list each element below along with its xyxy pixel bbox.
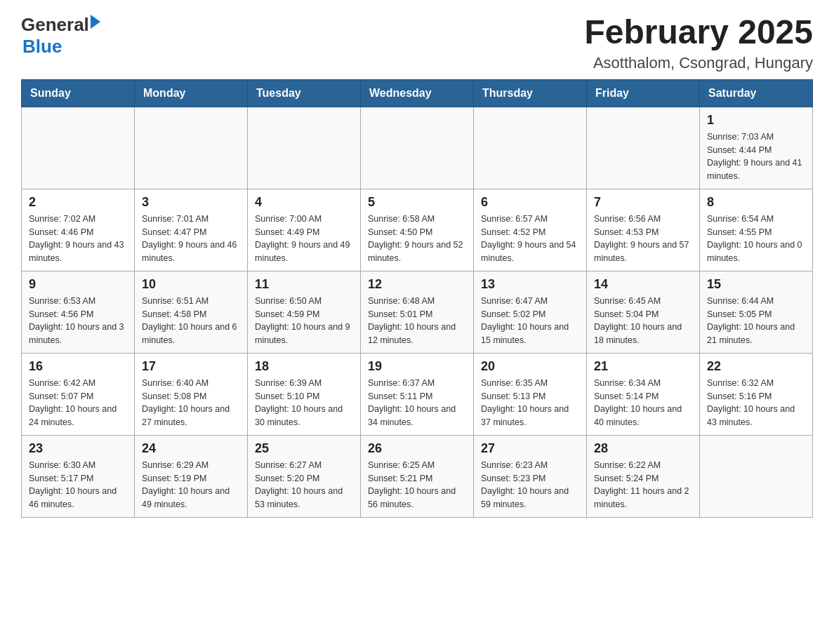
day-number: 28 xyxy=(594,441,692,456)
calendar-cell: 17Sunrise: 6:40 AM Sunset: 5:08 PM Dayli… xyxy=(135,353,248,435)
logo-arrow-icon xyxy=(91,15,100,29)
calendar-cell: 18Sunrise: 6:39 AM Sunset: 5:10 PM Dayli… xyxy=(248,353,361,435)
calendar-week-3: 9Sunrise: 6:53 AM Sunset: 4:56 PM Daylig… xyxy=(22,271,813,353)
day-info: Sunrise: 6:39 AM Sunset: 5:10 PM Dayligh… xyxy=(255,377,353,429)
calendar-cell: 16Sunrise: 6:42 AM Sunset: 5:07 PM Dayli… xyxy=(22,353,135,435)
weekday-header-row: SundayMondayTuesdayWednesdayThursdayFrid… xyxy=(22,79,813,107)
day-info: Sunrise: 6:40 AM Sunset: 5:08 PM Dayligh… xyxy=(142,377,240,429)
calendar-cell: 8Sunrise: 6:54 AM Sunset: 4:55 PM Daylig… xyxy=(700,189,813,271)
day-number: 16 xyxy=(29,359,127,374)
day-number: 2 xyxy=(29,195,127,210)
day-number: 17 xyxy=(142,359,240,374)
calendar-cell xyxy=(135,107,248,189)
day-number: 8 xyxy=(707,195,805,210)
calendar-week-4: 16Sunrise: 6:42 AM Sunset: 5:07 PM Dayli… xyxy=(22,353,813,435)
calendar-cell xyxy=(474,107,587,189)
day-info: Sunrise: 6:30 AM Sunset: 5:17 PM Dayligh… xyxy=(29,459,127,511)
day-info: Sunrise: 6:56 AM Sunset: 4:53 PM Dayligh… xyxy=(594,213,692,265)
day-info: Sunrise: 6:23 AM Sunset: 5:23 PM Dayligh… xyxy=(481,459,579,511)
calendar-cell: 26Sunrise: 6:25 AM Sunset: 5:21 PM Dayli… xyxy=(361,435,474,517)
day-info: Sunrise: 6:58 AM Sunset: 4:50 PM Dayligh… xyxy=(368,213,466,265)
day-number: 3 xyxy=(142,195,240,210)
calendar-cell xyxy=(22,107,135,189)
day-info: Sunrise: 6:37 AM Sunset: 5:11 PM Dayligh… xyxy=(368,377,466,429)
day-info: Sunrise: 7:00 AM Sunset: 4:49 PM Dayligh… xyxy=(255,213,353,265)
day-info: Sunrise: 6:22 AM Sunset: 5:24 PM Dayligh… xyxy=(594,459,692,511)
day-info: Sunrise: 7:02 AM Sunset: 4:46 PM Dayligh… xyxy=(29,213,127,265)
calendar-subtitle: Asotthalom, Csongrad, Hungary xyxy=(584,54,813,72)
day-number: 9 xyxy=(29,277,127,292)
day-info: Sunrise: 6:50 AM Sunset: 4:59 PM Dayligh… xyxy=(255,295,353,347)
day-info: Sunrise: 7:03 AM Sunset: 4:44 PM Dayligh… xyxy=(707,130,805,183)
day-number: 22 xyxy=(707,359,805,374)
day-number: 1 xyxy=(707,113,805,128)
day-number: 4 xyxy=(255,195,353,210)
calendar-cell xyxy=(587,107,700,189)
calendar-title: February 2025 xyxy=(584,14,813,51)
calendar-cell: 3Sunrise: 7:01 AM Sunset: 4:47 PM Daylig… xyxy=(135,189,248,271)
day-number: 7 xyxy=(594,195,692,210)
day-number: 10 xyxy=(142,277,240,292)
day-info: Sunrise: 6:32 AM Sunset: 5:16 PM Dayligh… xyxy=(707,377,805,429)
calendar-cell: 23Sunrise: 6:30 AM Sunset: 5:17 PM Dayli… xyxy=(22,435,135,517)
weekday-header-friday: Friday xyxy=(587,79,700,107)
day-number: 23 xyxy=(29,441,127,456)
day-number: 24 xyxy=(142,441,240,456)
calendar-cell: 12Sunrise: 6:48 AM Sunset: 5:01 PM Dayli… xyxy=(361,271,474,353)
calendar-cell: 14Sunrise: 6:45 AM Sunset: 5:04 PM Dayli… xyxy=(587,271,700,353)
weekday-header-wednesday: Wednesday xyxy=(361,79,474,107)
day-number: 18 xyxy=(255,359,353,374)
day-number: 11 xyxy=(255,277,353,292)
calendar-cell: 19Sunrise: 6:37 AM Sunset: 5:11 PM Dayli… xyxy=(361,353,474,435)
title-section: February 2025 Asotthalom, Csongrad, Hung… xyxy=(584,14,813,72)
logo: General Blue xyxy=(21,14,100,58)
calendar-cell: 22Sunrise: 6:32 AM Sunset: 5:16 PM Dayli… xyxy=(700,353,813,435)
day-number: 5 xyxy=(368,195,466,210)
day-number: 6 xyxy=(481,195,579,210)
calendar-cell: 2Sunrise: 7:02 AM Sunset: 4:46 PM Daylig… xyxy=(22,189,135,271)
day-info: Sunrise: 6:54 AM Sunset: 4:55 PM Dayligh… xyxy=(707,213,805,265)
calendar-cell: 13Sunrise: 6:47 AM Sunset: 5:02 PM Dayli… xyxy=(474,271,587,353)
day-info: Sunrise: 6:45 AM Sunset: 5:04 PM Dayligh… xyxy=(594,295,692,347)
weekday-header-sunday: Sunday xyxy=(22,79,135,107)
day-number: 25 xyxy=(255,441,353,456)
calendar-cell: 6Sunrise: 6:57 AM Sunset: 4:52 PM Daylig… xyxy=(474,189,587,271)
page-header: General Blue February 2025 Asotthalom, C… xyxy=(21,14,813,72)
calendar-cell: 24Sunrise: 6:29 AM Sunset: 5:19 PM Dayli… xyxy=(135,435,248,517)
day-number: 21 xyxy=(594,359,692,374)
weekday-header-monday: Monday xyxy=(135,79,248,107)
day-number: 13 xyxy=(481,277,579,292)
day-number: 19 xyxy=(368,359,466,374)
calendar-week-1: 1Sunrise: 7:03 AM Sunset: 4:44 PM Daylig… xyxy=(22,107,813,189)
day-number: 26 xyxy=(368,441,466,456)
calendar-cell: 10Sunrise: 6:51 AM Sunset: 4:58 PM Dayli… xyxy=(135,271,248,353)
day-info: Sunrise: 6:47 AM Sunset: 5:02 PM Dayligh… xyxy=(481,295,579,347)
calendar-cell: 1Sunrise: 7:03 AM Sunset: 4:44 PM Daylig… xyxy=(700,107,813,189)
day-info: Sunrise: 6:48 AM Sunset: 5:01 PM Dayligh… xyxy=(368,295,466,347)
day-info: Sunrise: 7:01 AM Sunset: 4:47 PM Dayligh… xyxy=(142,213,240,265)
day-info: Sunrise: 6:27 AM Sunset: 5:20 PM Dayligh… xyxy=(255,459,353,511)
day-number: 20 xyxy=(481,359,579,374)
day-info: Sunrise: 6:53 AM Sunset: 4:56 PM Dayligh… xyxy=(29,295,127,347)
day-info: Sunrise: 6:29 AM Sunset: 5:19 PM Dayligh… xyxy=(142,459,240,511)
calendar-cell: 5Sunrise: 6:58 AM Sunset: 4:50 PM Daylig… xyxy=(361,189,474,271)
calendar-cell: 20Sunrise: 6:35 AM Sunset: 5:13 PM Dayli… xyxy=(474,353,587,435)
calendar-table: SundayMondayTuesdayWednesdayThursdayFrid… xyxy=(21,79,813,518)
calendar-cell: 27Sunrise: 6:23 AM Sunset: 5:23 PM Dayli… xyxy=(474,435,587,517)
logo-blue: Blue xyxy=(22,36,100,58)
day-number: 12 xyxy=(368,277,466,292)
calendar-cell xyxy=(361,107,474,189)
day-number: 14 xyxy=(594,277,692,292)
calendar-cell: 15Sunrise: 6:44 AM Sunset: 5:05 PM Dayli… xyxy=(700,271,813,353)
calendar-cell: 11Sunrise: 6:50 AM Sunset: 4:59 PM Dayli… xyxy=(248,271,361,353)
weekday-header-thursday: Thursday xyxy=(474,79,587,107)
day-number: 15 xyxy=(707,277,805,292)
weekday-header-tuesday: Tuesday xyxy=(248,79,361,107)
calendar-cell: 28Sunrise: 6:22 AM Sunset: 5:24 PM Dayli… xyxy=(587,435,700,517)
calendar-week-2: 2Sunrise: 7:02 AM Sunset: 4:46 PM Daylig… xyxy=(22,189,813,271)
weekday-header-saturday: Saturday xyxy=(700,79,813,107)
calendar-cell: 21Sunrise: 6:34 AM Sunset: 5:14 PM Dayli… xyxy=(587,353,700,435)
day-info: Sunrise: 6:51 AM Sunset: 4:58 PM Dayligh… xyxy=(142,295,240,347)
day-number: 27 xyxy=(481,441,579,456)
day-info: Sunrise: 6:57 AM Sunset: 4:52 PM Dayligh… xyxy=(481,213,579,265)
